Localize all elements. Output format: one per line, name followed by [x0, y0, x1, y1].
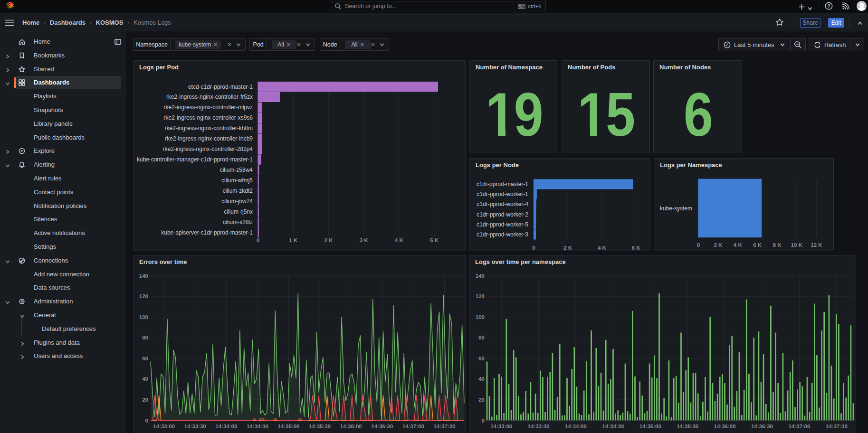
- svg-text:4 K: 4 K: [395, 237, 404, 243]
- svg-text:100: 100: [139, 314, 148, 320]
- svg-text:1 K: 1 K: [289, 237, 298, 243]
- svg-text:5 K: 5 K: [430, 237, 439, 243]
- svg-text:80: 80: [478, 335, 485, 340]
- svg-text:14:36:00: 14:36:00: [714, 424, 736, 429]
- svg-text:6 K: 6 K: [753, 242, 762, 248]
- svg-text:14:34:00: 14:34:00: [565, 424, 587, 429]
- svg-text:80: 80: [142, 335, 148, 340]
- svg-text:14:37:00: 14:37:00: [402, 424, 424, 429]
- svg-text:cilium-zkdt2: cilium-zkdt2: [223, 188, 253, 194]
- svg-text:14:37:00: 14:37:00: [788, 424, 810, 429]
- svg-text:140: 140: [139, 273, 148, 279]
- svg-text:0: 0: [257, 237, 259, 243]
- svg-text:cilium-z58w4: cilium-z58w4: [220, 167, 253, 173]
- svg-text:rke2-ingress-nginx-controller-: rke2-ingress-nginx-controller-282p4: [163, 146, 253, 152]
- svg-text:12 K: 12 K: [811, 242, 822, 248]
- svg-text:?: ?: [827, 4, 830, 9]
- svg-text:14:35:30: 14:35:30: [309, 424, 331, 429]
- svg-text:20: 20: [142, 397, 148, 403]
- svg-text:c1dr-pprod-worker-2: c1dr-pprod-worker-2: [477, 211, 528, 218]
- svg-text:c1dr-pprod-worker-5: c1dr-pprod-worker-5: [477, 221, 528, 228]
- svg-text:kube-controller-manager-c1dr-p: kube-controller-manager-c1dr-pprod-maste…: [137, 156, 253, 163]
- svg-text:rke2-ingress-nginx-controller-: rke2-ingress-nginx-controller-xs9s6: [164, 114, 253, 121]
- svg-text:cilium-wfmj5: cilium-wfmj5: [221, 177, 253, 184]
- svg-text:14:35:00: 14:35:00: [639, 424, 661, 429]
- svg-text:40: 40: [478, 376, 485, 382]
- svg-text:0: 0: [697, 242, 700, 248]
- svg-text:14:36:00: 14:36:00: [340, 424, 362, 429]
- svg-text:14:37:30: 14:37:30: [433, 424, 455, 429]
- svg-text:3 K: 3 K: [360, 237, 369, 243]
- svg-text:cilium-jnw74: cilium-jnw74: [221, 198, 253, 205]
- svg-text:kube-apiserver-c1dr-pprod-mast: kube-apiserver-c1dr-pprod-master-1: [161, 229, 253, 236]
- svg-text:rke2-ingress-nginx-controller-: rke2-ingress-nginx-controller-khtfm: [165, 125, 253, 132]
- svg-text:2 K: 2 K: [714, 242, 723, 248]
- svg-text:14:34:30: 14:34:30: [247, 424, 268, 429]
- svg-text:14:35:00: 14:35:00: [277, 424, 299, 429]
- svg-text:c1dr-pprod-worker-1: c1dr-pprod-worker-1: [477, 191, 528, 198]
- svg-text:rke2-ingress-nginx-controller-: rke2-ingress-nginx-controller-mlpvz: [164, 104, 253, 111]
- svg-text:140: 140: [476, 273, 485, 279]
- svg-text:14:36:30: 14:36:30: [751, 424, 773, 429]
- svg-text:etcd-c1dr-pprod-master-1: etcd-c1dr-pprod-master-1: [188, 84, 253, 90]
- svg-text:8 K: 8 K: [773, 242, 782, 248]
- svg-text:2 K: 2 K: [324, 237, 333, 243]
- svg-text:0: 0: [532, 245, 535, 251]
- svg-text:14:34:30: 14:34:30: [602, 424, 624, 429]
- svg-text:14:33:30: 14:33:30: [528, 424, 550, 429]
- svg-text:2 K: 2 K: [563, 245, 572, 251]
- svg-text:14:33:30: 14:33:30: [184, 424, 206, 429]
- svg-text:14:33:00: 14:33:00: [490, 424, 512, 429]
- svg-text:cilium-rj5nx: cilium-rj5nx: [224, 208, 253, 215]
- svg-text:60: 60: [478, 356, 485, 361]
- svg-text:0: 0: [145, 418, 148, 424]
- svg-text:14:34:00: 14:34:00: [215, 424, 237, 429]
- svg-text:c1dr-pprod-master-1: c1dr-pprod-master-1: [477, 181, 529, 188]
- svg-text:0: 0: [482, 418, 485, 424]
- svg-text:100: 100: [476, 314, 485, 320]
- svg-text:6 K: 6 K: [632, 245, 641, 251]
- svg-text:c1dr-pprod-worker-4: c1dr-pprod-worker-4: [477, 201, 528, 207]
- svg-text:60: 60: [142, 356, 148, 361]
- svg-text:kube-system: kube-system: [660, 205, 692, 212]
- svg-text:120: 120: [139, 293, 148, 299]
- svg-text:14:36:30: 14:36:30: [371, 424, 393, 429]
- svg-text:120: 120: [476, 293, 485, 299]
- svg-text:rke2-ingress-nginx-controller-: rke2-ingress-nginx-controller-fr5zx: [166, 94, 253, 100]
- svg-text:cilium-x28lz: cilium-x28lz: [223, 219, 253, 226]
- svg-text:14:33:00: 14:33:00: [153, 424, 175, 429]
- svg-text:40: 40: [142, 376, 148, 382]
- svg-text:14:37:30: 14:37:30: [826, 424, 848, 429]
- svg-text:14:35:30: 14:35:30: [677, 424, 698, 429]
- svg-text:4 K: 4 K: [734, 242, 743, 248]
- svg-text:rke2-ingress-nginx-controller-: rke2-ingress-nginx-controller-lncb9: [165, 135, 253, 142]
- svg-text:10 K: 10 K: [791, 242, 803, 248]
- svg-text:20: 20: [478, 397, 485, 403]
- svg-text:c1dr-pprod-worker-3: c1dr-pprod-worker-3: [477, 231, 528, 238]
- svg-text:4 K: 4 K: [598, 245, 607, 251]
